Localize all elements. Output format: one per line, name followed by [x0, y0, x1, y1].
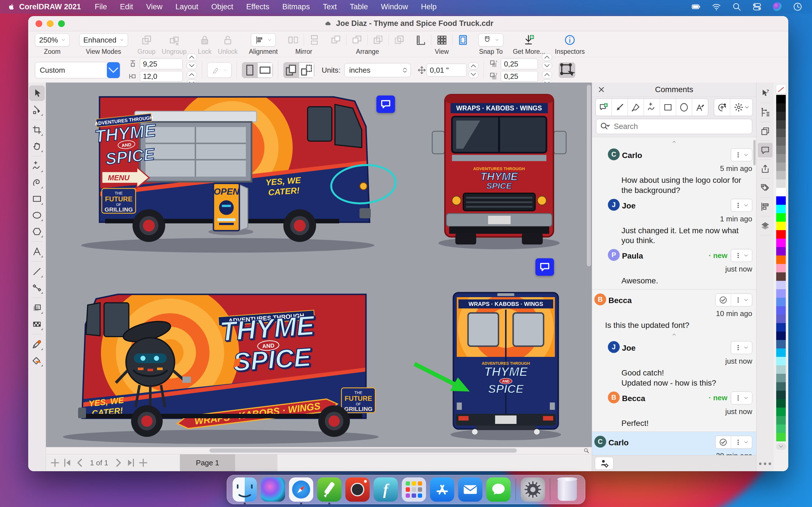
color-swatch[interactable] — [776, 332, 786, 340]
color-swatch[interactable] — [776, 230, 786, 238]
color-swatch[interactable] — [776, 171, 786, 179]
color-swatch[interactable] — [776, 306, 786, 315]
dupy-step-up[interactable] — [542, 71, 552, 78]
unlock-button[interactable] — [222, 34, 234, 46]
menu-item-object[interactable]: Object — [205, 3, 240, 11]
color-swatch[interactable] — [776, 247, 786, 256]
window-titlebar[interactable]: Joe Diaz - Thyme and Spice Food Truck.cd… — [28, 16, 788, 31]
zoom-level-select[interactable]: 250% — [35, 34, 70, 47]
nudge-step-up[interactable] — [468, 62, 478, 69]
dock-trash-icon[interactable] — [555, 477, 579, 502]
more-inspectors-dots[interactable] — [759, 462, 771, 465]
menu-item-edit[interactable]: Edit — [114, 3, 140, 11]
rectangle-tool[interactable] — [30, 191, 44, 206]
menu-item-text[interactable]: Text — [316, 3, 343, 11]
text-note-button[interactable] — [692, 99, 708, 116]
comment-options-button[interactable] — [731, 436, 752, 448]
comment-options-button[interactable] — [731, 294, 752, 306]
forward-one-button[interactable] — [351, 34, 363, 46]
color-swatch[interactable] — [776, 137, 786, 146]
palette-expand-button[interactable] — [776, 443, 786, 450]
nudge-step-down[interactable] — [468, 71, 478, 78]
dock-coreldraw-icon[interactable] — [317, 477, 342, 502]
spotlight-icon[interactable] — [732, 2, 742, 11]
ellipse-tool[interactable] — [30, 208, 44, 223]
comment-options-button[interactable] — [731, 392, 752, 404]
green-arrow-annotation[interactable] — [411, 360, 473, 397]
color-swatch[interactable] — [776, 298, 786, 306]
height-step-up[interactable] — [187, 71, 197, 78]
mirror-horizontal-button[interactable] — [287, 34, 299, 46]
collapse-thread-caret[interactable] — [592, 331, 756, 338]
color-swatch[interactable] — [776, 272, 786, 281]
highlighter-button[interactable] — [628, 99, 644, 116]
comment-options-button[interactable] — [731, 249, 752, 262]
color-swatch[interactable] — [776, 120, 786, 129]
rulers-button[interactable] — [415, 34, 426, 46]
to-front-button[interactable] — [330, 34, 342, 46]
color-swatch[interactable] — [776, 399, 786, 407]
menu-item-window[interactable]: Window — [374, 3, 414, 11]
clock-icon[interactable] — [793, 2, 802, 11]
lock-button[interactable] — [199, 34, 211, 46]
color-swatch[interactable] — [776, 340, 786, 348]
menu-item-effects[interactable]: Effects — [240, 3, 276, 11]
color-swatch[interactable] — [776, 348, 786, 357]
units-select[interactable]: inches — [344, 63, 411, 77]
add-comment-button[interactable] — [596, 99, 612, 116]
color-swatch[interactable] — [776, 416, 786, 425]
no-color-swatch[interactable] — [776, 85, 786, 94]
ellipse-note-button[interactable] — [676, 99, 692, 116]
resolve-button[interactable] — [716, 436, 731, 448]
color-swatch[interactable] — [776, 205, 786, 213]
color-swatch[interactable] — [776, 103, 786, 112]
inspector-transform-icon[interactable] — [758, 105, 772, 120]
color-swatch[interactable] — [776, 163, 786, 171]
nib-shape-button[interactable] — [207, 62, 232, 78]
comment-marker[interactable] — [376, 96, 395, 113]
dock-app-store-icon[interactable] — [430, 477, 454, 502]
color-swatch[interactable] — [776, 374, 786, 382]
color-swatch[interactable] — [776, 433, 786, 441]
snap-to-button[interactable] — [478, 34, 503, 47]
duplicate-x-field[interactable]: 0,25 — [501, 59, 538, 69]
pattern-tool[interactable] — [30, 317, 44, 332]
color-swatch[interactable] — [776, 357, 786, 365]
comments-search[interactable] — [596, 119, 752, 134]
minimize-window-button[interactable] — [47, 20, 54, 27]
eyedropper-tool[interactable] — [30, 337, 44, 351]
dupx-step-down[interactable] — [542, 62, 552, 69]
comment-options-button[interactable] — [731, 199, 752, 212]
last-page-button[interactable] — [124, 457, 137, 469]
share-review-button[interactable] — [714, 99, 730, 116]
comment-options-button[interactable] — [731, 341, 752, 354]
page-height-field[interactable]: 12,0 — [140, 71, 183, 82]
resolve-button[interactable] — [716, 294, 731, 306]
comment-thread[interactable]: CCarlo5 min agoHow about using the logo … — [592, 137, 756, 290]
apple-menu-icon[interactable] — [8, 3, 15, 11]
page-border-button[interactable] — [457, 34, 469, 46]
color-swatch[interactable] — [776, 129, 786, 137]
dock-corel-capture-icon[interactable] — [345, 477, 370, 502]
freehand-note-button[interactable] — [644, 99, 660, 116]
canvas-horizontal-scrollbar[interactable] — [209, 448, 517, 453]
group-button[interactable] — [141, 34, 153, 46]
color-swatch[interactable] — [776, 196, 786, 205]
treat-as-filled-button[interactable] — [559, 62, 575, 78]
draw-arrow-button[interactable] — [612, 99, 628, 116]
inspector-tags-icon[interactable] — [758, 180, 772, 195]
dock-mail-icon[interactable] — [458, 477, 483, 502]
page-preset-select[interactable]: Custom — [35, 62, 120, 78]
color-swatch[interactable] — [776, 365, 786, 374]
grid-button[interactable] — [436, 34, 448, 46]
comment-thread[interactable]: BBecca10 min agoIs this the updated font… — [592, 290, 756, 432]
annotation-settings-button[interactable] — [730, 99, 753, 116]
dock-launchpad-icon[interactable] — [402, 477, 426, 502]
ungroup-button[interactable] — [168, 34, 180, 46]
control-center-icon[interactable] — [752, 2, 762, 11]
color-swatch[interactable] — [776, 95, 786, 103]
add-page-button-left[interactable] — [49, 457, 61, 469]
connector-tool[interactable] — [30, 281, 44, 295]
previous-page-button[interactable] — [73, 457, 86, 469]
inspector-step-repeat-icon[interactable] — [758, 124, 772, 138]
